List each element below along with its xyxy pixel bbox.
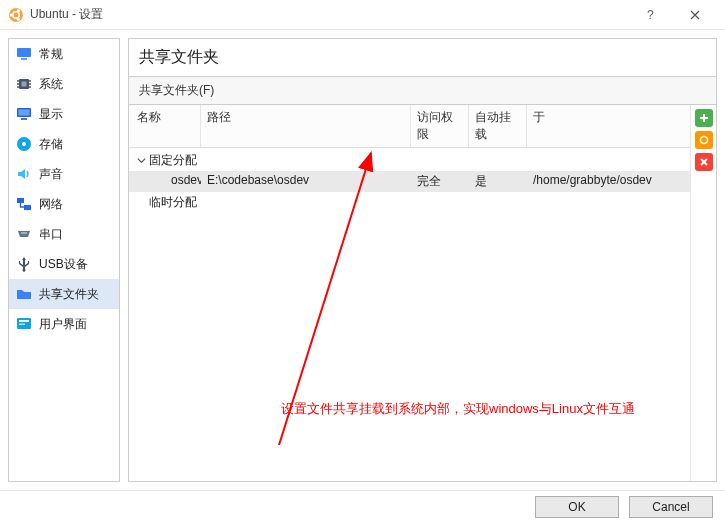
disk-icon <box>15 135 33 153</box>
svg-rect-18 <box>21 118 27 120</box>
content-title: 共享文件夹 <box>128 38 717 76</box>
sidebar-item-audio[interactable]: 声音 <box>9 159 119 189</box>
sidebar-item-label: USB设备 <box>39 256 88 273</box>
svg-point-3 <box>17 9 20 12</box>
shared-folders-table: 名称 路径 访问权限 自动挂载 于 固定分配 osdev E:\ <box>129 105 690 481</box>
ok-button[interactable]: OK <box>535 496 619 518</box>
window-close-button[interactable] <box>672 1 717 29</box>
cell-mountpoint: /home/grabbyte/osdev <box>527 171 690 192</box>
sidebar-item-label: 系统 <box>39 76 63 93</box>
sidebar-item-user-interface[interactable]: 用户界面 <box>9 309 119 339</box>
group-fixed[interactable]: 固定分配 <box>129 150 690 171</box>
svg-point-25 <box>25 232 27 234</box>
titlebar: Ubuntu - 设置 ? <box>0 0 725 30</box>
svg-rect-22 <box>24 205 31 210</box>
svg-point-23 <box>21 232 23 234</box>
ui-icon <box>15 315 33 333</box>
sidebar-item-label: 声音 <box>39 166 63 183</box>
svg-rect-21 <box>17 198 24 203</box>
group-transient[interactable]: ▾ 临时分配 <box>129 192 690 213</box>
content-body: 名称 路径 访问权限 自动挂载 于 固定分配 osdev E:\ <box>128 104 717 482</box>
chevron-down-icon <box>135 154 147 168</box>
sidebar-item-shared-folders[interactable]: 共享文件夹 <box>9 279 119 309</box>
col-header-at[interactable]: 于 <box>527 105 690 147</box>
svg-rect-17 <box>19 110 30 116</box>
cell-path: E:\codebase\osdev <box>201 171 411 192</box>
svg-point-30 <box>700 137 707 144</box>
cell-access: 完全 <box>411 171 469 192</box>
sidebar-item-storage[interactable]: 存储 <box>9 129 119 159</box>
sidebar-item-label: 共享文件夹 <box>39 286 99 303</box>
col-header-name[interactable]: 名称 <box>129 105 201 147</box>
col-header-access[interactable]: 访问权限 <box>411 105 469 147</box>
speaker-icon <box>15 165 33 183</box>
main-area: 常规 系统 显示 存储 声音 <box>0 30 725 490</box>
cell-name: osdev <box>129 171 201 192</box>
cancel-button[interactable]: Cancel <box>629 496 713 518</box>
sidebar-item-display[interactable]: 显示 <box>9 99 119 129</box>
settings-sidebar: 常规 系统 显示 存储 声音 <box>8 38 120 482</box>
sidebar-item-label: 显示 <box>39 106 63 123</box>
cell-automount: 是 <box>469 171 527 192</box>
group-label: 临时分配 <box>149 194 197 211</box>
window-title: Ubuntu - 设置 <box>30 6 103 23</box>
remove-folder-button[interactable] <box>695 153 713 171</box>
svg-point-20 <box>22 142 26 146</box>
display-icon <box>15 105 33 123</box>
monitor-icon <box>15 45 33 63</box>
svg-rect-9 <box>22 82 27 87</box>
network-icon <box>15 195 33 213</box>
annotation-text: 设置文件共享挂载到系统内部，实现windows与Linux文件互通 <box>281 400 635 418</box>
col-header-path[interactable]: 路径 <box>201 105 411 147</box>
window-help-button[interactable]: ? <box>627 1 672 29</box>
svg-rect-7 <box>21 58 27 60</box>
sidebar-item-label: 用户界面 <box>39 316 87 333</box>
sidebar-item-label: 常规 <box>39 46 63 63</box>
window-controls: ? <box>627 1 717 29</box>
serial-port-icon <box>15 225 33 243</box>
folder-toolbar <box>690 105 716 481</box>
folder-icon <box>15 285 33 303</box>
svg-rect-28 <box>19 324 25 326</box>
sidebar-item-system[interactable]: 系统 <box>9 69 119 99</box>
sidebar-item-label: 存储 <box>39 136 63 153</box>
sidebar-item-label: 网络 <box>39 196 63 213</box>
sidebar-item-serial[interactable]: 串口 <box>9 219 119 249</box>
content-panel: 共享文件夹 共享文件夹(F) 名称 路径 访问权限 自动挂载 于 固定分配 <box>128 38 717 482</box>
sidebar-item-label: 串口 <box>39 226 63 243</box>
svg-rect-6 <box>17 48 31 57</box>
edit-folder-button[interactable] <box>695 131 713 149</box>
dialog-footer: OK Cancel <box>0 490 725 522</box>
chip-icon <box>15 75 33 93</box>
table-body: 固定分配 osdev E:\codebase\osdev 完全 是 /home/… <box>129 148 690 213</box>
col-header-automount[interactable]: 自动挂载 <box>469 105 527 147</box>
sidebar-item-general[interactable]: 常规 <box>9 39 119 69</box>
usb-icon <box>15 255 33 273</box>
svg-text:?: ? <box>647 9 654 21</box>
table-header: 名称 路径 访问权限 自动挂载 于 <box>129 105 690 148</box>
svg-point-2 <box>10 13 13 16</box>
svg-point-4 <box>17 17 20 20</box>
svg-rect-27 <box>19 320 29 322</box>
sidebar-item-network[interactable]: 网络 <box>9 189 119 219</box>
group-label: 固定分配 <box>149 152 197 169</box>
add-folder-button[interactable] <box>695 109 713 127</box>
svg-point-24 <box>23 232 25 234</box>
sidebar-item-usb[interactable]: USB设备 <box>9 249 119 279</box>
app-icon <box>8 7 24 23</box>
section-label: 共享文件夹(F) <box>128 76 717 104</box>
table-row[interactable]: osdev E:\codebase\osdev 完全 是 /home/grabb… <box>129 171 690 192</box>
